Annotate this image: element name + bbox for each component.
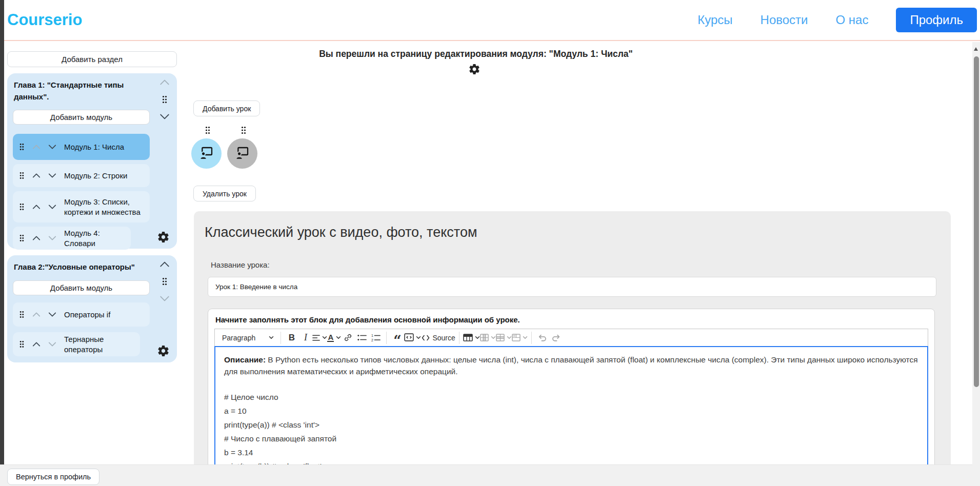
toolbar-separator [281,332,281,344]
presentation-icon [234,145,251,163]
chevron-down-icon[interactable] [48,145,56,149]
back-to-profile-button[interactable]: Вернуться в профиль [7,469,99,485]
paragraph-dropdown-label: Paragraph [222,334,255,342]
svg-text:1: 1 [371,334,373,337]
drag-handle-icon[interactable] [19,172,25,179]
chevron-up-icon[interactable] [32,236,41,240]
numbered-list-icon[interactable]: 12 [369,331,383,345]
add-module-button[interactable]: Добавить модуль [13,110,150,125]
drag-handle-icon[interactable] [205,126,211,134]
code-block-icon[interactable] [404,331,421,345]
module-label: Модуль 3: Списки, кортежи и множества [64,197,145,217]
page-scrollbar[interactable] [972,42,980,486]
module-row-ternary[interactable]: Тернарные операторы [13,332,140,356]
lesson-name-label: Название урока: [211,260,270,269]
drag-handle-icon[interactable] [241,126,247,134]
toolbar-separator [386,332,387,344]
editor-hint: Начните заполнять этот блок для добавлен… [215,315,928,324]
add-section-button[interactable]: Добавить раздел [7,51,177,67]
gear-icon[interactable] [157,231,170,244]
font-color-letter: A [327,333,334,342]
chapter-controls [158,261,171,301]
redo-icon[interactable] [549,331,563,345]
scroll-up-arrow-icon[interactable] [974,47,978,51]
gear-icon[interactable] [157,345,170,357]
chevron-down-icon[interactable] [159,114,170,119]
source-button-label: Source [432,334,455,342]
chevron-up-icon[interactable] [32,312,41,317]
chapter-card-1: Глава 1: "Стандартные типы данных". Доба… [7,73,177,249]
chevron-up-icon[interactable] [159,261,170,267]
drag-handle-icon[interactable] [19,203,25,211]
chevron-down-icon[interactable] [48,236,56,240]
chevron-down-icon[interactable] [48,173,56,178]
lesson-name-input[interactable] [208,277,936,297]
lesson-type-title: Классический урок с видео, фото, текстом [205,225,477,240]
chevron-up-icon[interactable] [32,342,41,347]
description-label: Описание: [224,355,266,364]
drag-handle-icon[interactable] [162,277,168,286]
undo-icon[interactable] [535,331,549,345]
italic-icon[interactable]: I [298,331,312,345]
module-row-if[interactable]: Операторы if [13,302,150,327]
gear-icon[interactable] [468,63,481,75]
profile-button[interactable]: Профиль [896,8,977,32]
font-color-icon[interactable]: A [327,331,341,345]
chevron-down-icon[interactable] [48,312,56,317]
scrollbar-thumb[interactable] [974,56,979,387]
code-line: a = 10 [224,405,918,417]
presentation-icon [198,145,215,163]
module-row-3[interactable]: Модуль 3: Списки, кортежи и множества [13,191,150,222]
bulleted-list-icon[interactable] [355,331,369,345]
module-row-2[interactable]: Модуль 2: Строки [13,164,150,187]
svg-text:2: 2 [371,338,373,341]
drag-handle-icon[interactable] [19,311,25,318]
lesson-item-selected[interactable] [191,138,222,169]
chapter-title: Глава 1: "Стандартные типы данных". [14,79,137,103]
header-nav: Курсы Новости О нас Профиль [697,8,977,32]
source-icon[interactable]: Source [421,331,455,345]
module-label: Операторы if [64,310,110,320]
align-icon[interactable] [312,331,327,345]
paragraph-dropdown[interactable]: Paragraph [219,331,277,345]
module-row-4[interactable]: Модуль 4: Словари [13,227,131,250]
add-lesson-button[interactable]: Добавить урок [193,100,260,116]
editor-toolbar: Paragraph B I A 12 “ [214,329,928,347]
lesson-description: Описание: В Python есть несколько типов … [224,354,918,377]
nav-link-courses[interactable]: Курсы [697,13,732,27]
nav-link-about[interactable]: О нас [835,13,868,27]
module-label: Модуль 1: Числа [64,142,124,152]
module-row-1[interactable]: Модуль 1: Числа [13,134,150,160]
table-column-icon[interactable] [480,331,496,345]
drag-handle-icon[interactable] [19,340,25,348]
chevron-up-icon[interactable] [159,79,170,85]
module-label: Тернарные операторы [64,334,135,354]
window-left-edge [0,0,4,464]
chevron-down-icon[interactable] [159,296,170,301]
module-label: Модуль 2: Строки [64,171,127,181]
bold-icon[interactable]: B [285,331,298,345]
nav-link-news[interactable]: Новости [761,13,808,27]
chevron-down-icon[interactable] [48,342,56,347]
editor-card: Начните заполнять этот блок для добавлен… [208,309,935,486]
block-quote-icon[interactable]: “ [390,331,404,345]
chevron-up-icon[interactable] [32,205,41,209]
drag-handle-icon[interactable] [19,234,25,242]
delete-lesson-button[interactable]: Удалить урок [193,186,256,201]
bottom-bar: Вернуться в профиль [0,464,980,486]
lesson-item[interactable] [227,138,257,169]
link-icon[interactable] [341,331,355,345]
table-icon[interactable] [463,331,480,345]
chevron-up-icon[interactable] [32,173,41,178]
table-row-icon[interactable] [496,331,512,345]
drag-handle-icon[interactable] [162,95,168,104]
chevron-up-icon[interactable] [32,145,41,149]
chevron-down-icon[interactable] [48,205,56,209]
logo: Courserio [7,11,82,29]
add-module-button[interactable]: Добавить модуль [13,280,150,295]
empty-line [224,377,918,389]
drag-handle-icon[interactable] [19,143,25,151]
chapter-title: Глава 2:"Условные операторы" [14,261,147,273]
merge-cell-icon[interactable] [512,331,528,345]
toolbar-separator [531,332,532,344]
